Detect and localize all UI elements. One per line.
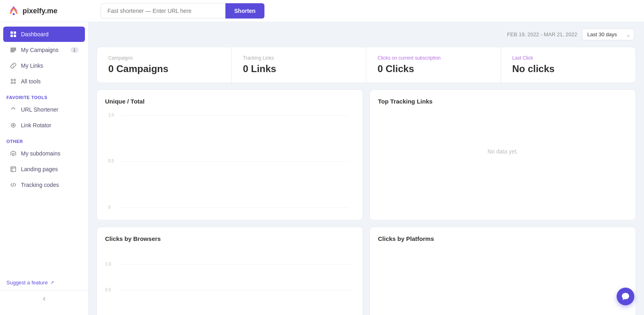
links-icon (10, 62, 17, 69)
campaigns-badge: 1 (70, 47, 78, 53)
svg-rect-1 (10, 31, 13, 34)
x-label-12am-end: 12AM (337, 211, 348, 212)
logo: pixelfy.me (8, 5, 97, 17)
stats-row: Campaigns 0 Campaigns Tracking Links 0 L… (97, 47, 636, 83)
top-tracking-links-title: Top Tracking Links (378, 98, 627, 105)
svg-point-6 (14, 79, 16, 81)
date-range-select-wrapper: Last 7 days Last 30 days Last 90 days Cu… (582, 29, 634, 40)
stat-campaigns-value: 0 Campaigns (108, 63, 220, 75)
sidebar-item-all-tools[interactable]: All tools (3, 74, 85, 89)
sidebar-item-campaigns[interactable]: My Campaigns 1 (3, 42, 85, 58)
stat-links-label: Tracking Links (243, 55, 355, 61)
svg-point-7 (11, 82, 13, 84)
stat-last-click-value: No clicks (512, 63, 625, 75)
top-tracking-links-card: Top Tracking Links No data yet. (369, 89, 636, 220)
url-input[interactable] (101, 3, 225, 19)
sidebar-item-subdomains[interactable]: My subdomains (3, 146, 85, 161)
app-body: Dashboard My Campaigns 1 My Links (0, 22, 644, 315)
date-range-text: FEB 19, 2022 - MAR 21, 2022 (507, 31, 577, 37)
sidebar-url-shortener-label: URL Shortener (21, 106, 58, 113)
y-label-0: 0 (108, 205, 111, 209)
shorten-button[interactable]: Shorten (225, 3, 264, 19)
unique-total-chart-card: Unique / Total 1.0 0.5 0 12AM 3AM (97, 89, 363, 220)
stat-card-links: Tracking Links 0 Links (232, 47, 367, 83)
chat-bubble-button[interactable] (617, 288, 634, 305)
y-label-0-5: 0.5 (108, 159, 114, 163)
favorite-tools-section-label: FAVORITE TOOLS (0, 89, 88, 102)
external-link-icon: ↗ (50, 280, 54, 285)
stat-card-campaigns: Campaigns 0 Campaigns (97, 47, 232, 83)
sidebar-campaigns-label: My Campaigns (21, 47, 58, 53)
svg-point-8 (14, 82, 16, 84)
clicks-by-browsers-card: Clicks by Browsers 1.0 0.5 (97, 227, 363, 315)
svg-point-0 (13, 13, 15, 15)
sidebar-nav: Dashboard My Campaigns 1 My Links (0, 22, 88, 275)
campaigns-icon (10, 46, 17, 54)
stat-card-last-click: Last Click No clicks (501, 47, 636, 83)
top-tracking-links-no-data: No data yet. (378, 111, 627, 192)
sidebar-item-dashboard[interactable]: Dashboard (3, 27, 85, 42)
svg-rect-11 (12, 153, 14, 155)
x-label-12pm: 12PM (237, 211, 248, 212)
browsers-y-label-1-0: 1.0 (105, 261, 111, 266)
x-label-6pm: 6PM (294, 211, 302, 212)
x-label-9am: 9AM (209, 211, 217, 212)
main-content: FEB 19, 2022 - MAR 21, 2022 Last 7 days … (89, 22, 644, 315)
landing-pages-icon (10, 166, 17, 173)
x-label-6am: 6AM (179, 211, 187, 212)
sidebar-subdomains-label: My subdomains (21, 150, 60, 157)
suggest-feature-label: Suggest a feature (6, 280, 48, 286)
x-label-3pm: 3PM (266, 211, 274, 212)
tracking-codes-icon (10, 181, 17, 189)
chat-icon (621, 292, 630, 301)
svg-rect-4 (14, 35, 16, 37)
x-label-3am: 3AM (150, 211, 159, 212)
stat-clicks-label: Clicks on current subscription (378, 55, 489, 61)
sidebar-links-label: My Links (21, 62, 43, 69)
logo-text: pixelfy.me (23, 7, 58, 15)
unique-total-chart-svg: 1.0 0.5 0 12AM 3AM 6AM 9AM 12PM 3PM (105, 111, 355, 212)
url-shortener-form: Shorten (101, 3, 264, 19)
unique-total-chart-title: Unique / Total (105, 98, 355, 105)
sidebar: Dashboard My Campaigns 1 My Links (0, 22, 89, 315)
stat-links-value: 0 Links (243, 63, 355, 75)
sidebar-tracking-codes-label: Tracking codes (21, 182, 59, 188)
other-section-label: OTHER (0, 133, 88, 145)
link-rotator-icon (10, 122, 17, 129)
svg-point-5 (11, 79, 13, 81)
sidebar-item-url-shortener[interactable]: URL Shortener (3, 102, 85, 117)
y-label-1-0: 1.0 (108, 113, 114, 117)
sidebar-dashboard-label: Dashboard (21, 31, 49, 37)
sidebar-item-tracking-codes[interactable]: Tracking codes (3, 177, 85, 193)
sidebar-item-link-rotator[interactable]: Link Rotator (3, 118, 85, 133)
x-label-12am-start: 12AM (122, 211, 132, 212)
sidebar-item-landing-pages[interactable]: Landing pages (3, 162, 85, 177)
main-header: FEB 19, 2022 - MAR 21, 2022 Last 7 days … (89, 22, 644, 47)
collapse-sidebar-button[interactable] (0, 290, 88, 307)
clicks-by-browsers-title: Clicks by Browsers (105, 235, 355, 242)
stat-clicks-value: 0 Clicks (378, 63, 489, 75)
stat-card-clicks: Clicks on current subscription 0 Clicks (366, 47, 501, 83)
sidebar-link-rotator-label: Link Rotator (21, 122, 51, 128)
dashboard-icon (10, 31, 17, 38)
clicks-by-platforms-card: Clicks by Platforms (369, 227, 636, 315)
sidebar-item-links[interactable]: My Links (3, 58, 85, 73)
subdomains-icon (10, 150, 17, 157)
clicks-by-platforms-title: Clicks by Platforms (378, 235, 627, 242)
svg-rect-12 (11, 167, 16, 172)
x-label-9pm: 9PM (322, 211, 331, 212)
svg-rect-3 (10, 35, 13, 37)
clicks-by-browsers-area: 1.0 0.5 (105, 249, 355, 315)
stat-campaigns-label: Campaigns (108, 55, 220, 61)
logo-icon (8, 5, 19, 17)
all-tools-icon (10, 78, 17, 85)
sidebar-all-tools-label: All tools (21, 78, 41, 85)
date-range-select[interactable]: Last 7 days Last 30 days Last 90 days Cu… (582, 29, 634, 40)
charts-grid: Unique / Total 1.0 0.5 0 12AM 3AM (89, 83, 644, 315)
browsers-y-label-0-5: 0.5 (105, 287, 111, 292)
unique-total-chart-area: 1.0 0.5 0 12AM 3AM 6AM 9AM 12PM 3PM (105, 111, 355, 212)
suggest-feature[interactable]: Suggest a feature ↗ (0, 275, 88, 290)
svg-rect-2 (14, 31, 16, 34)
svg-point-10 (13, 125, 14, 126)
clicks-by-browsers-svg: 1.0 0.5 (105, 249, 355, 315)
